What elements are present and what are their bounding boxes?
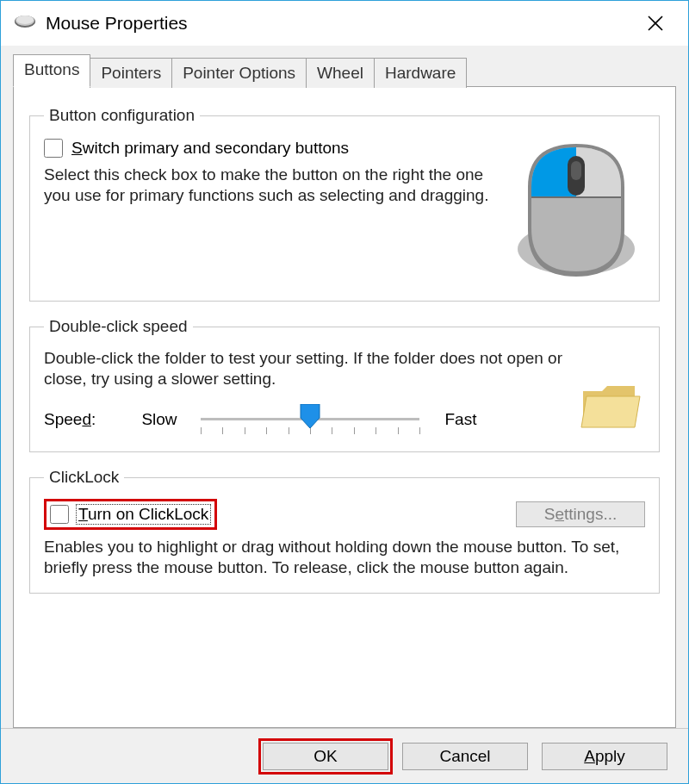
group-button-configuration: Button configuration Switch primary and …	[29, 106, 660, 302]
clicklock-highlight: Turn on ClickLock	[44, 499, 217, 530]
client-area: Buttons Pointers Pointer Options Wheel H…	[1, 46, 688, 728]
titlebar: Mouse Properties	[1, 1, 688, 46]
switch-buttons-label[interactable]: Switch primary and secondary buttons	[71, 139, 349, 158]
apply-button[interactable]: Apply	[542, 743, 667, 770]
group-double-click-speed: Double-click speed Double-click the fold…	[29, 317, 660, 452]
group-clicklock-legend: ClickLock	[44, 468, 124, 487]
tab-wheel[interactable]: Wheel	[306, 58, 375, 88]
mouse-properties-window: Mouse Properties Buttons Pointers Pointe…	[0, 0, 689, 784]
turn-on-clicklock-label[interactable]: Turn on ClickLock	[76, 504, 211, 525]
folder-test-icon[interactable]	[578, 377, 645, 438]
close-icon	[646, 14, 665, 33]
group-clicklock: ClickLock Turn on ClickLock Settings... …	[29, 468, 660, 594]
speed-fast-label: Fast	[435, 410, 487, 429]
speed-slider-thumb[interactable]	[299, 404, 321, 430]
turn-on-clicklock-checkbox[interactable]	[50, 505, 69, 524]
svg-rect-7	[571, 161, 581, 180]
tab-page-buttons: Button configuration Switch primary and …	[13, 86, 676, 728]
tab-buttons[interactable]: Buttons	[13, 54, 90, 87]
speed-slider[interactable]	[201, 402, 419, 437]
speed-label: Speed:	[44, 410, 118, 429]
mouse-icon	[13, 13, 37, 34]
clicklock-settings-button: Settings...	[516, 501, 645, 527]
ok-button[interactable]: OK	[263, 743, 388, 770]
tab-strip: Buttons Pointers Pointer Options Wheel H…	[13, 54, 676, 87]
tab-hardware[interactable]: Hardware	[374, 58, 467, 88]
mouse-illustration	[507, 137, 645, 287]
close-button[interactable]	[635, 3, 676, 44]
group-button-configuration-legend: Button configuration	[44, 106, 200, 125]
dialog-button-bar: OK Cancel Apply	[1, 728, 688, 783]
clicklock-description: Enables you to highlight or drag without…	[44, 537, 645, 579]
tab-pointer-options[interactable]: Pointer Options	[171, 58, 307, 88]
folder-icon	[578, 377, 645, 438]
mouse-icon	[507, 137, 645, 287]
tab-pointers[interactable]: Pointers	[90, 58, 172, 88]
double-click-description: Double-click the folder to test your set…	[44, 348, 562, 390]
window-title: Mouse Properties	[46, 13, 635, 34]
switch-buttons-checkbox[interactable]	[44, 139, 63, 158]
cancel-button[interactable]: Cancel	[402, 743, 528, 770]
speed-slow-label: Slow	[133, 410, 185, 429]
group-double-click-speed-legend: Double-click speed	[44, 317, 193, 336]
svg-point-2	[16, 16, 34, 24]
switch-buttons-description: Select this check box to make the button…	[44, 165, 492, 207]
